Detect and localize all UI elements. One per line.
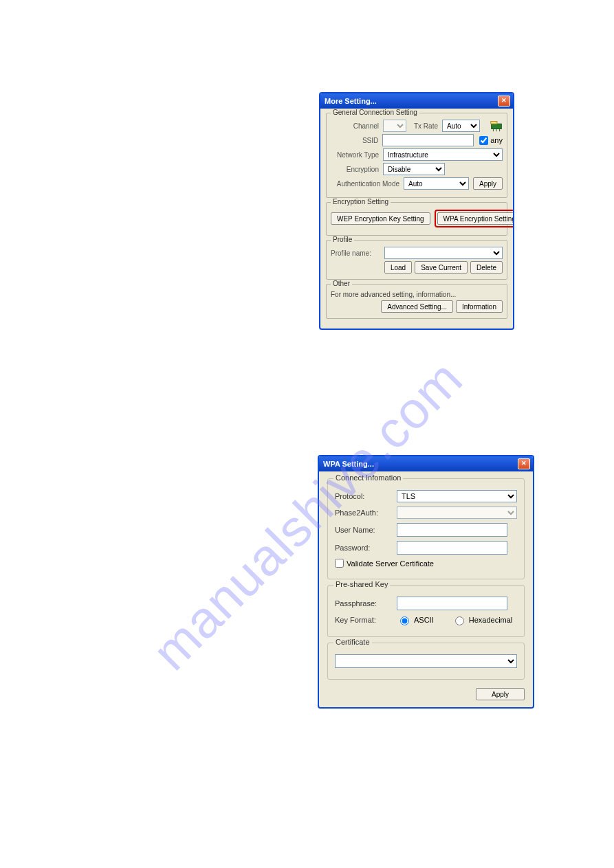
certificate-select[interactable]	[335, 654, 517, 668]
auth-mode-select[interactable]: Auto	[404, 177, 469, 190]
protocol-select[interactable]: TLS	[397, 490, 517, 502]
any-checkbox[interactable]	[479, 136, 488, 145]
connect-information-group: Connect Infomation Protocol: TLS Phase2A…	[327, 478, 525, 579]
validate-cert-label: Validate Server Certificate	[347, 559, 434, 568]
channel-select[interactable]	[383, 120, 406, 132]
window-title: More Setting...	[325, 97, 377, 105]
protocol-label: Protocol:	[335, 492, 397, 500]
close-icon[interactable]: ✕	[518, 458, 530, 469]
password-label: Password:	[335, 544, 397, 552]
txrate-select[interactable]: Auto	[442, 120, 480, 132]
passphrase-input[interactable]	[397, 597, 507, 610]
general-connection-group: General Connection Setting Channel Tx Ra…	[326, 113, 507, 198]
other-group: Other For more advanced setting, informa…	[326, 284, 507, 319]
auth-mode-label: Authentication Mode	[331, 180, 404, 188]
preshared-key-group: Pre-shared Key Passphrase: Key Format: A…	[327, 585, 525, 637]
information-button[interactable]: Information	[456, 300, 503, 313]
svg-rect-1	[491, 122, 497, 124]
apply-button[interactable]: Apply	[476, 688, 525, 700]
encryption-label: Encryption	[331, 166, 383, 173]
advanced-setting-button[interactable]: Advanced Setting...	[381, 300, 453, 313]
hexadecimal-label: Hexadecimal	[469, 616, 513, 624]
network-type-label: Network Type	[331, 151, 383, 159]
phase2auth-select[interactable]	[397, 507, 517, 519]
other-text: For more advanced setting, information..…	[331, 291, 456, 298]
titlebar: WPA Setting... ✕	[319, 456, 533, 471]
encryption-select[interactable]: Disable	[383, 163, 445, 175]
close-icon[interactable]: ✕	[498, 96, 510, 107]
username-input[interactable]	[397, 523, 507, 537]
network-adapter-icon	[489, 118, 504, 133]
network-type-select[interactable]: Infrastructure	[383, 148, 503, 161]
password-input[interactable]	[397, 541, 507, 555]
key-format-label: Key Format:	[335, 616, 397, 624]
certificate-legend: Certificate	[333, 638, 372, 646]
channel-label: Channel	[331, 122, 383, 130]
profile-group: Profile Profile name: Load Save Current …	[326, 240, 507, 280]
profile-name-select[interactable]	[384, 247, 503, 259]
ssid-input[interactable]	[382, 134, 474, 146]
passphrase-label: Passphrase:	[335, 599, 397, 608]
wpa-setting-window: WPA Setting... ✕ Connect Infomation Prot…	[318, 455, 534, 709]
window-title: WPA Setting...	[323, 460, 374, 468]
hexadecimal-radio[interactable]	[455, 616, 464, 625]
apply-button[interactable]: Apply	[473, 177, 503, 190]
encryption-setting-legend: Encryption Setting	[331, 198, 391, 205]
connect-information-legend: Connect Infomation	[333, 474, 403, 482]
wpa-highlight: WPA Encryption Setting	[435, 210, 514, 227]
validate-cert-checkbox[interactable]	[335, 559, 344, 568]
profile-name-label: Profile name:	[331, 249, 384, 257]
general-connection-legend: General Connection Setting	[331, 109, 419, 116]
svg-rect-0	[492, 124, 502, 129]
titlebar: More Setting... ✕	[320, 93, 513, 109]
encryption-setting-group: Encryption Setting WEP Encryption Key Se…	[326, 202, 507, 236]
delete-button[interactable]: Delete	[470, 261, 503, 274]
phase2auth-label: Phase2Auth:	[335, 509, 397, 517]
load-button[interactable]: Load	[384, 261, 412, 274]
more-setting-window: More Setting... ✕ General Connection Set…	[319, 92, 514, 330]
wep-setting-button[interactable]: WEP Encryption Key Setting	[331, 212, 430, 225]
ascii-radio[interactable]	[400, 616, 409, 625]
username-label: User Name:	[335, 526, 397, 534]
ascii-label: ASCII	[414, 616, 434, 624]
wpa-setting-button[interactable]: WPA Encryption Setting	[437, 212, 514, 225]
ssid-label: SSID	[331, 137, 382, 144]
txrate-label: Tx Rate	[406, 122, 442, 130]
any-label: any	[490, 136, 503, 144]
save-current-button[interactable]: Save Current	[415, 261, 468, 274]
profile-legend: Profile	[331, 236, 354, 243]
other-legend: Other	[331, 280, 352, 287]
certificate-group: Certificate	[327, 643, 525, 680]
preshared-key-legend: Pre-shared Key	[333, 580, 390, 588]
